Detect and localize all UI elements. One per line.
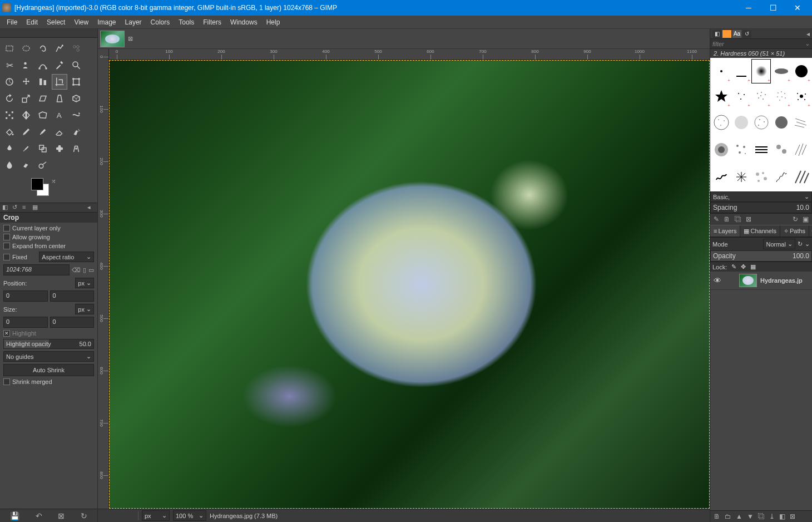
open-as-image-icon[interactable]: ▣: [803, 215, 809, 223]
image-tab-thumbnail[interactable]: [100, 31, 125, 47]
raise-layer-icon[interactable]: ▲: [736, 513, 742, 520]
menu-tools[interactable]: Tools: [174, 18, 199, 26]
lock-pixels-icon[interactable]: ✎: [731, 263, 736, 270]
restore-options-icon[interactable]: ↶: [36, 511, 42, 520]
perspective-tool[interactable]: [52, 91, 67, 106]
auto-shrink-button[interactable]: Auto Shrink: [3, 364, 94, 376]
allow-growing-checkbox[interactable]: [3, 234, 10, 240]
menu-image[interactable]: Image: [93, 18, 120, 26]
foreground-select-tool[interactable]: [18, 57, 34, 73]
fuzzy-select-tool[interactable]: [52, 41, 67, 56]
measure-tool[interactable]: [2, 74, 17, 90]
canvas[interactable]: [109, 60, 710, 509]
tab-menu-icon[interactable]: ◂: [809, 225, 812, 237]
channels-tab[interactable]: ▦Channels: [740, 225, 780, 237]
close-button[interactable]: ✕: [785, 0, 810, 16]
fixed-checkbox[interactable]: [3, 254, 10, 260]
mode-switch-icon[interactable]: ↻: [798, 240, 803, 248]
brush-preset-dropdown[interactable]: Basic,⌄: [710, 191, 812, 202]
menu-filters[interactable]: Filters: [199, 18, 226, 26]
undo-history-tab-icon[interactable]: ≡: [22, 204, 30, 211]
highlight-opacity-slider[interactable]: Highlight opacity50.0: [3, 339, 94, 349]
fonts-tab-icon[interactable]: Aa: [732, 30, 741, 38]
tab-menu-icon[interactable]: ◂: [806, 30, 810, 38]
edit-brush-icon[interactable]: ✎: [714, 215, 719, 223]
menu-view[interactable]: View: [70, 18, 93, 26]
crop-tool[interactable]: [52, 74, 67, 90]
zoom-dropdown[interactable]: 100 %⌄: [173, 510, 206, 521]
brush-item[interactable]: [751, 136, 771, 163]
scissors-tool[interactable]: ✂: [2, 57, 17, 73]
handle-transform-tool[interactable]: [2, 107, 17, 123]
lock-position-icon[interactable]: ✥: [741, 263, 746, 270]
brush-item[interactable]: +: [751, 84, 771, 109]
position-y-field[interactable]: 0: [50, 290, 95, 302]
shrink-merged-checkbox[interactable]: [3, 378, 10, 385]
move-tool[interactable]: [18, 74, 34, 90]
new-layer-icon[interactable]: 🗎: [714, 513, 720, 520]
images-tab-icon[interactable]: ▦: [32, 204, 40, 211]
current-layer-only-checkbox[interactable]: [3, 225, 10, 232]
size-unit-dropdown[interactable]: px ⌄: [75, 304, 94, 314]
clone-tool[interactable]: [35, 141, 51, 156]
shear-tool[interactable]: [35, 91, 51, 106]
new-brush-icon[interactable]: 🗎: [724, 215, 730, 223]
rect-select-tool[interactable]: [2, 41, 17, 56]
paintbrush-tool[interactable]: [35, 124, 51, 140]
duplicate-brush-icon[interactable]: ⿻: [735, 215, 741, 223]
reset-options-icon[interactable]: ↻: [81, 511, 87, 520]
guides-dropdown[interactable]: No guides⌄: [3, 351, 94, 362]
menu-windows[interactable]: Windows: [226, 18, 262, 26]
text-tool[interactable]: A: [52, 107, 67, 123]
layer-opacity-slider[interactable]: Opacity100.0: [710, 250, 812, 262]
history-tab-icon[interactable]: ↺: [742, 30, 751, 38]
align-tool[interactable]: [35, 74, 51, 90]
swap-colors-icon[interactable]: ⤭: [51, 178, 56, 184]
heal-tool[interactable]: [52, 141, 67, 156]
patterns-tab-icon[interactable]: [722, 30, 731, 38]
pencil-tool[interactable]: [18, 124, 34, 140]
highlight-checkbox[interactable]: [3, 330, 10, 337]
maximize-button[interactable]: ☐: [761, 0, 785, 16]
bucket-fill-tool[interactable]: [2, 124, 17, 140]
menu-edit[interactable]: Edit: [22, 18, 42, 26]
unified-transform-tool[interactable]: [68, 74, 84, 90]
brush-item[interactable]: [771, 136, 791, 163]
brush-filter[interactable]: filter ⌄: [710, 39, 812, 49]
smudge-tool[interactable]: [18, 157, 34, 173]
brush-item[interactable]: +: [711, 59, 731, 83]
brush-item[interactable]: [771, 164, 791, 190]
chevron-down-icon[interactable]: ⌄: [805, 240, 810, 248]
layer-mode-dropdown[interactable]: Normal ⌄: [763, 239, 795, 249]
size-h-field[interactable]: 0: [50, 317, 95, 328]
brush-item[interactable]: [771, 109, 791, 136]
airbrush-tool[interactable]: [68, 124, 84, 140]
free-select-tool[interactable]: [35, 41, 51, 56]
color-picker-tool[interactable]: [52, 57, 67, 73]
size-w-field[interactable]: 0: [3, 317, 48, 328]
layer-item[interactable]: 👁 Hydrangeas.jp: [710, 272, 812, 290]
new-group-icon[interactable]: 🗀: [725, 513, 731, 520]
status-unit-dropdown[interactable]: px⌄: [142, 510, 170, 521]
landscape-icon[interactable]: ▭: [88, 267, 94, 274]
delete-options-icon[interactable]: ⊠: [58, 511, 65, 520]
brush-item[interactable]: +: [791, 59, 811, 83]
brush-item[interactable]: [791, 136, 811, 163]
eraser-tool[interactable]: [52, 124, 67, 140]
brush-item[interactable]: [731, 164, 751, 190]
lower-layer-icon[interactable]: ▼: [747, 513, 754, 520]
device-status-tab-icon[interactable]: ↺: [12, 204, 20, 211]
image-tab-close-icon[interactable]: ⊠: [128, 35, 136, 43]
brush-item[interactable]: +: [731, 59, 751, 83]
delete-layer-icon[interactable]: ⊠: [790, 513, 795, 520]
brush-item-selected[interactable]: +: [751, 59, 771, 83]
fixed-mode-dropdown[interactable]: Aspect ratio⌄: [39, 252, 94, 262]
ratio-field[interactable]: 1024:768: [3, 264, 70, 275]
brush-item[interactable]: [731, 109, 751, 136]
brush-item[interactable]: [711, 164, 731, 190]
position-x-field[interactable]: 0: [3, 290, 48, 302]
select-by-color-tool[interactable]: [68, 41, 84, 56]
menu-file[interactable]: File: [2, 18, 22, 26]
dodge-tool[interactable]: [35, 157, 51, 173]
layer-visibility-icon[interactable]: 👁: [714, 276, 721, 285]
